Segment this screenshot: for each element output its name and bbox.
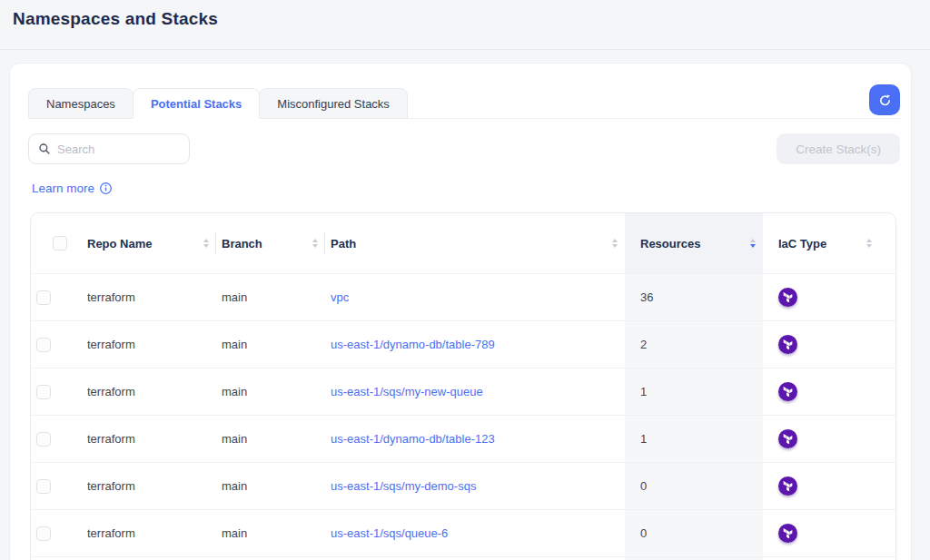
repo-name-cell: terraform [82, 274, 216, 320]
search-box[interactable] [28, 133, 190, 164]
column-header-iac-type: IaC Type [763, 213, 895, 273]
column-header-branch: Branch [216, 213, 325, 273]
branch-cell: main [216, 416, 325, 462]
page-title: Namespaces and Stacks [13, 9, 917, 29]
resources-cell: 36 [625, 274, 763, 320]
resources-cell: 2 [625, 321, 763, 368]
branch-cell: main [216, 510, 325, 556]
resources-cell: 0 [625, 510, 763, 556]
branch-cell: main [216, 463, 325, 509]
table-controls: Create Stack(s) [28, 133, 900, 164]
sort-icon[interactable] [866, 239, 872, 249]
row-checkbox[interactable] [36, 526, 51, 541]
row-checkbox[interactable] [36, 338, 51, 352]
terraform-icon [778, 429, 797, 448]
branch-cell: main [216, 274, 325, 320]
path-link[interactable]: us-east-1/sqs/my-new-queue [331, 385, 483, 398]
learn-more: Learn more [32, 182, 113, 195]
row-checkbox[interactable] [36, 479, 51, 494]
column-header-resources: Resources [625, 213, 763, 273]
potential-stacks-table: Repo Name Branch Path Resources IaC Type [30, 212, 896, 560]
repo-name-cell: terraform [82, 416, 216, 462]
terraform-icon [778, 382, 797, 401]
table-row-partial [31, 556, 895, 560]
path-link[interactable]: us-east-1/dynamo-db/table-789 [331, 338, 495, 351]
select-all-checkbox[interactable] [53, 236, 67, 251]
repo-name-cell: terraform [82, 321, 216, 368]
resources-cell: 0 [625, 463, 763, 509]
table-row: terraform main us-east-1/dynamo-db/table… [31, 415, 895, 462]
create-stacks-button[interactable]: Create Stack(s) [777, 133, 900, 164]
repo-name-cell: terraform [82, 368, 216, 415]
page-header: Namespaces and Stacks [0, 0, 930, 50]
column-header-repo-name: Repo Name [82, 213, 216, 273]
terraform-icon [778, 524, 797, 543]
column-header-path: Path [325, 213, 625, 273]
tab-misconfigured-stacks[interactable]: Misconfigured Stacks [259, 88, 408, 119]
search-input[interactable] [57, 142, 180, 156]
refresh-button[interactable] [869, 84, 900, 115]
terraform-icon [778, 335, 797, 354]
path-link[interactable]: us-east-1/dynamo-db/table-123 [331, 432, 495, 446]
path-link[interactable]: us-east-1/sqs/my-demo-sqs [331, 479, 476, 493]
table-row: terraform main us-east-1/sqs/queue-6 0 [31, 509, 895, 556]
learn-more-link[interactable]: Learn more [32, 182, 94, 195]
path-link[interactable]: vpc [331, 290, 349, 304]
tab-potential-stacks[interactable]: Potential Stacks [133, 88, 260, 119]
row-checkbox[interactable] [36, 432, 51, 447]
repo-name-cell: terraform [82, 510, 216, 556]
search-icon [38, 142, 51, 155]
tab-bar: Namespaces Potential Stacks Misconfigure… [28, 84, 900, 119]
sort-icon[interactable] [312, 239, 318, 249]
table-header-row: Repo Name Branch Path Resources IaC Type [31, 213, 895, 273]
info-icon[interactable] [99, 182, 113, 195]
table-row: terraform main vpc 36 [31, 273, 895, 320]
stacks-card: Namespaces Potential Stacks Misconfigure… [9, 63, 912, 560]
table-row: terraform main us-east-1/sqs/my-demo-sqs… [31, 462, 895, 509]
row-checkbox[interactable] [36, 385, 51, 399]
sort-icon-active-desc[interactable] [750, 239, 756, 249]
branch-cell: main [216, 368, 325, 415]
table-row: terraform main us-east-1/sqs/my-new-queu… [31, 368, 895, 415]
sort-icon[interactable] [203, 239, 209, 249]
row-checkbox[interactable] [36, 290, 51, 305]
path-link[interactable]: us-east-1/sqs/queue-6 [331, 526, 448, 540]
sort-icon[interactable] [612, 239, 618, 249]
tab-namespaces[interactable]: Namespaces [28, 88, 134, 119]
table-row: terraform main us-east-1/dynamo-db/table… [31, 320, 895, 368]
branch-cell: main [216, 321, 325, 368]
resources-cell: 1 [625, 416, 763, 462]
terraform-icon [778, 476, 797, 496]
terraform-icon [778, 288, 797, 307]
resources-cell: 1 [625, 368, 763, 415]
repo-name-cell: terraform [82, 463, 216, 509]
refresh-icon [877, 93, 893, 108]
